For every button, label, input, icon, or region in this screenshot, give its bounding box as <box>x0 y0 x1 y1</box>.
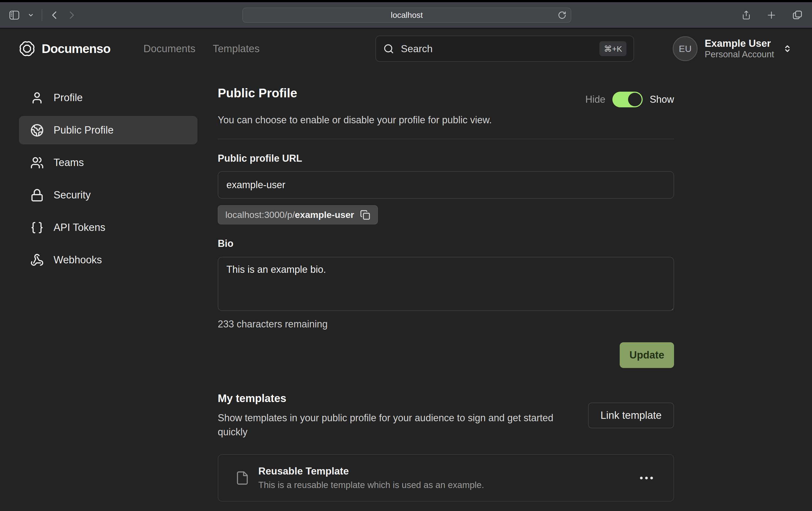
user-name: Example User <box>705 37 774 50</box>
tabs-overview-icon[interactable] <box>792 10 803 21</box>
user-meta: Example User Personal Account <box>705 37 774 60</box>
file-icon <box>235 469 250 487</box>
search-shortcut-badge: ⌘+K <box>600 41 627 56</box>
sidebar-item-webhooks[interactable]: Webhooks <box>19 246 198 274</box>
ellipsis-icon[interactable] <box>636 473 657 483</box>
copy-icon <box>360 210 370 220</box>
sidebar-item-profile[interactable]: Profile <box>19 84 198 112</box>
sidebar-toggle-icon[interactable] <box>8 10 21 21</box>
section-subtitle: You can choose to enable or disable your… <box>218 114 674 126</box>
sidebar-item-public-profile[interactable]: Public Profile <box>19 116 198 144</box>
new-tab-icon[interactable] <box>766 10 776 20</box>
brand-name: Documenso <box>42 41 110 56</box>
app-body: Profile Public Profile Teams Security AP… <box>0 69 812 511</box>
profile-url-slug: example-user <box>295 210 354 220</box>
chars-remaining: 233 characters remaining <box>218 319 674 330</box>
user-icon <box>30 91 44 104</box>
search-placeholder: Search <box>401 43 600 54</box>
visibility-toggle-row: Hide Show <box>585 92 674 107</box>
update-button[interactable]: Update <box>620 342 674 368</box>
bio-label: Bio <box>218 238 674 249</box>
profile-url-input[interactable] <box>218 171 674 199</box>
users-icon <box>30 156 44 170</box>
globe-icon <box>30 124 44 137</box>
main-nav: Documents Templates <box>143 43 259 55</box>
share-icon[interactable] <box>742 10 751 21</box>
toggle-show-label: Show <box>650 94 674 105</box>
browser-toolbar-right <box>742 10 803 21</box>
visibility-toggle[interactable] <box>612 92 643 107</box>
brand[interactable]: Documenso <box>19 40 110 57</box>
reload-icon[interactable] <box>558 11 567 20</box>
sidebar-menu-chevron-down-icon[interactable] <box>28 12 34 19</box>
sidebar-item-label: Teams <box>54 157 84 169</box>
search-input[interactable]: Search ⌘+K <box>375 36 634 62</box>
template-meta: Reusable Template This is a reusable tem… <box>258 465 636 491</box>
page-title: Public Profile <box>218 86 297 100</box>
sidebar-item-label: API Tokens <box>54 222 106 233</box>
bio-textarea[interactable]: This is an example bio. <box>218 257 674 311</box>
back-icon[interactable] <box>50 9 59 21</box>
profile-url-copy-pill[interactable]: localhost:3000/p/example-user <box>218 205 378 224</box>
divider <box>218 139 674 139</box>
sidebar-item-teams[interactable]: Teams <box>19 148 198 177</box>
app-header: Documenso Documents Templates Search ⌘+K… <box>0 28 812 69</box>
sidebar-item-api-tokens[interactable]: API Tokens <box>19 213 198 242</box>
chevrons-up-down-icon <box>782 43 792 54</box>
sidebar-item-label: Profile <box>54 92 83 103</box>
avatar: EU <box>673 36 698 61</box>
sidebar-item-label: Security <box>54 189 91 201</box>
template-description: This is a reusable template which is use… <box>258 479 636 491</box>
template-title: Reusable Template <box>258 465 636 478</box>
forward-icon[interactable] <box>66 9 76 21</box>
templates-description: Show templates in your public profile fo… <box>218 411 578 439</box>
braces-icon <box>30 221 44 234</box>
user-menu[interactable]: EU Example User Personal Account <box>673 36 792 61</box>
lock-icon <box>30 188 44 202</box>
sidebar-item-label: Public Profile <box>54 124 114 136</box>
toggle-hide-label: Hide <box>585 94 605 105</box>
webhook-icon <box>30 253 44 267</box>
browser-toolbar-left <box>0 9 76 21</box>
profile-url-label: Public profile URL <box>218 153 674 164</box>
link-template-button[interactable]: Link template <box>588 402 674 428</box>
search-icon <box>383 43 395 54</box>
section-header: Public Profile Hide Show <box>218 84 674 107</box>
window-top-strip <box>0 0 812 2</box>
main-content: Public Profile Hide Show You can choose … <box>218 84 674 511</box>
toggle-knob <box>628 93 642 106</box>
app: Documenso Documents Templates Search ⌘+K… <box>0 28 812 511</box>
browser-toolbar: localhost <box>0 2 812 28</box>
toolbar-divider <box>42 9 42 21</box>
profile-url-prefix: localhost:3000/p/ <box>225 210 295 220</box>
address-bar-url: localhost <box>391 10 423 20</box>
user-account-type: Personal Account <box>705 49 774 60</box>
profile-url-preview: localhost:3000/p/example-user <box>225 210 354 220</box>
template-card: Reusable Template This is a reusable tem… <box>218 454 674 502</box>
screen: localhost <box>0 0 812 511</box>
templates-header: My templates Show templates in your publ… <box>218 392 674 439</box>
settings-sidebar: Profile Public Profile Teams Security AP… <box>19 84 198 511</box>
nav-documents[interactable]: Documents <box>143 43 195 55</box>
nav-templates[interactable]: Templates <box>212 43 259 55</box>
address-bar[interactable]: localhost <box>242 7 571 23</box>
update-row: Update <box>218 342 674 368</box>
sidebar-item-label: Webhooks <box>54 254 102 266</box>
documenso-seal-icon <box>19 40 36 57</box>
sidebar-item-security[interactable]: Security <box>19 181 198 209</box>
